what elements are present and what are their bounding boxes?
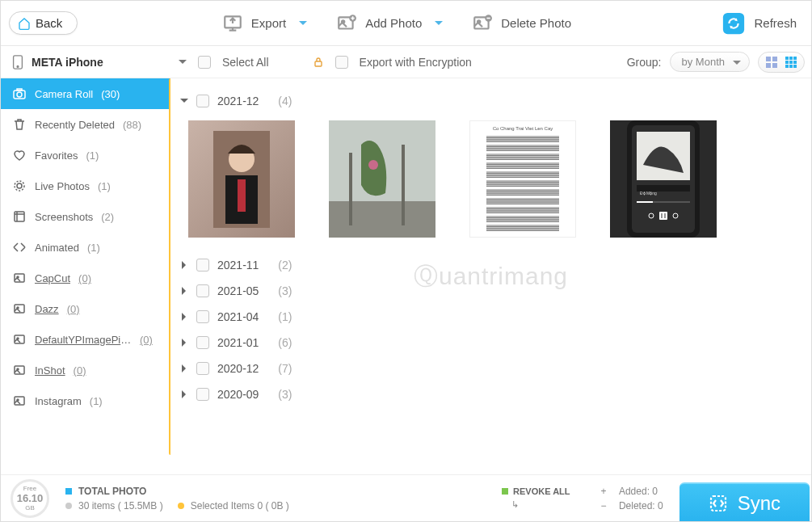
- delete-photo-button[interactable]: Delete Photo: [465, 10, 578, 37]
- deleted-count: Deleted: 0: [619, 500, 663, 511]
- group-count: (4): [278, 95, 292, 107]
- delete-photo-icon: [472, 13, 493, 34]
- group-checkbox[interactable]: [196, 95, 209, 107]
- sidebar-item-camera-roll[interactable]: Camera Roll (30): [1, 78, 170, 109]
- phone-icon: [12, 55, 23, 69]
- sidebar-item-count: (0): [140, 334, 153, 346]
- square-icon: [502, 488, 508, 495]
- storage-free-label: Free: [23, 485, 36, 492]
- animated-icon: [12, 240, 27, 255]
- sidebar-item-label: Instagram: [35, 395, 82, 407]
- group-checkbox[interactable]: [196, 310, 209, 323]
- device-name: META iPhone: [32, 56, 103, 69]
- refresh-label: Refresh: [754, 16, 797, 30]
- sidebar-item-count: (1): [98, 180, 111, 192]
- group-label: 2021-05: [217, 284, 259, 297]
- album-icon: [12, 271, 27, 285]
- sidebar-item-favorites[interactable]: Favorites (1): [1, 140, 170, 170]
- export-button[interactable]: Export: [216, 10, 313, 37]
- group-checkbox[interactable]: [196, 388, 209, 401]
- group-count: (6): [278, 336, 292, 349]
- add-photo-label: Add Photo: [365, 16, 422, 30]
- sidebar-item-label: Recently Deleted: [35, 119, 115, 131]
- device-header[interactable]: META iPhone: [1, 55, 170, 69]
- sidebar-item-inshot[interactable]: InShot (0): [1, 355, 170, 385]
- minus-icon: −: [601, 500, 607, 511]
- group-checkbox[interactable]: [196, 362, 209, 375]
- add-photo-icon: [336, 13, 357, 34]
- back-label: Back: [36, 16, 62, 30]
- sidebar-item-capcut[interactable]: CapCut (0): [1, 263, 170, 293]
- svg-rect-10: [315, 61, 322, 66]
- group-select[interactable]: by Month: [670, 52, 750, 72]
- chevron-down-icon[interactable]: [180, 97, 188, 105]
- dot-icon: [178, 503, 184, 509]
- group-label: 2020-12: [217, 362, 259, 375]
- album-icon: [12, 363, 27, 377]
- group-checkbox[interactable]: [196, 284, 209, 297]
- chevron-down-icon[interactable]: [299, 19, 307, 27]
- storage-value: 16.10: [17, 492, 44, 504]
- sidebar-item-count: (88): [123, 119, 141, 131]
- photo-group-2021-12: 2021-12 (4): [177, 88, 805, 114]
- back-button[interactable]: Back: [9, 11, 78, 35]
- svg-rect-11: [766, 57, 771, 61]
- sidebar-item-defaultypimagepic-[interactable]: DefaultYPImagePic... (0): [1, 324, 170, 355]
- sidebar-item-live-photos[interactable]: Live Photos (1): [1, 170, 170, 201]
- camera-icon: [12, 86, 27, 101]
- encrypt-label: Export with Encryption: [360, 56, 472, 69]
- chevron-right-icon[interactable]: [180, 313, 188, 321]
- select-all-label: Select All: [222, 56, 269, 69]
- square-icon: [65, 488, 72, 495]
- photo-thumbnail[interactable]: Co Chang Trai Viet Len Cay: [469, 120, 576, 238]
- sidebar-item-instagram[interactable]: Instagram (1): [1, 385, 170, 416]
- sync-button[interactable]: Sync: [679, 482, 810, 522]
- select-all-checkbox[interactable]: [198, 56, 211, 69]
- svg-rect-20: [793, 61, 797, 64]
- sidebar-item-count: (1): [86, 149, 99, 162]
- chevron-down-icon[interactable]: [435, 19, 443, 27]
- photo-thumbnail[interactable]: [188, 120, 295, 238]
- sidebar-item-animated[interactable]: Animated (1): [1, 232, 170, 263]
- add-photo-button[interactable]: Add Photo: [330, 10, 449, 37]
- storage-unit: GB: [25, 504, 35, 511]
- sidebar-item-label: CapCut: [35, 272, 70, 284]
- sidebar-item-recently-deleted[interactable]: Recently Deleted (88): [1, 109, 170, 140]
- svg-rect-114: [659, 212, 667, 220]
- group-checkbox[interactable]: [196, 259, 209, 272]
- sync-icon: [709, 494, 728, 513]
- sidebar-item-dazz[interactable]: Dazz (0): [1, 293, 170, 324]
- chevron-down-icon[interactable]: [179, 58, 187, 66]
- view-large-grid-button[interactable]: [764, 54, 780, 70]
- sidebar-item-label: Animated: [35, 242, 79, 254]
- svg-point-9: [17, 65, 19, 67]
- svg-rect-48: [402, 145, 405, 225]
- svg-rect-47: [349, 153, 352, 225]
- home-icon: [18, 17, 31, 30]
- group-checkbox[interactable]: [196, 336, 209, 349]
- revoke-all-label[interactable]: REVOKE ALL: [513, 486, 570, 496]
- chevron-right-icon[interactable]: [180, 364, 188, 373]
- photo-thumbnail[interactable]: [329, 120, 435, 238]
- chevron-right-icon[interactable]: [180, 390, 188, 398]
- chevron-down-icon: [733, 59, 741, 67]
- live-icon: [12, 179, 27, 193]
- view-small-grid-button[interactable]: [783, 54, 799, 70]
- photo-group-2021-01: 2021-01 (6): [177, 330, 805, 356]
- chevron-right-icon[interactable]: [180, 287, 188, 295]
- photo-thumbnail[interactable]: Độ Mộng: [610, 120, 717, 238]
- view-toggle: [758, 52, 805, 73]
- chevron-right-icon[interactable]: [180, 261, 188, 269]
- svg-rect-19: [789, 61, 793, 64]
- group-count: (3): [278, 388, 292, 401]
- svg-point-25: [17, 92, 22, 97]
- encrypt-checkbox[interactable]: [335, 56, 348, 69]
- svg-rect-17: [793, 57, 797, 60]
- sidebar-item-screenshots[interactable]: Screenshots (2): [1, 201, 170, 232]
- group-selected-value: by Month: [682, 56, 725, 68]
- refresh-button[interactable]: Refresh: [715, 8, 803, 39]
- chevron-right-icon[interactable]: [180, 339, 188, 347]
- sidebar-item-label: Favorites: [35, 149, 78, 162]
- svg-rect-43: [238, 179, 246, 212]
- sidebar-item-label: Screenshots: [35, 211, 93, 223]
